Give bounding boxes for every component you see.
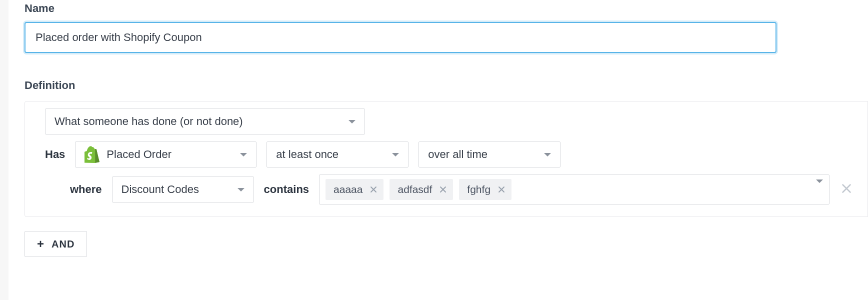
caret-down-icon	[240, 153, 247, 156]
caret-down-icon	[348, 120, 356, 124]
shopify-icon	[84, 146, 100, 163]
tag-text: adfasdf	[398, 184, 432, 196]
event-label: Placed Order	[106, 148, 172, 161]
operator-label: contains	[264, 183, 309, 196]
tag-text: aaaaa	[334, 184, 362, 196]
property-select[interactable]: Discount Codes	[112, 176, 254, 202]
left-gutter	[0, 0, 8, 300]
condition-type-select[interactable]: What someone has done (or not done)	[45, 108, 365, 134]
add-and-condition-button[interactable]: + AND	[24, 231, 87, 257]
segment-name-input[interactable]	[24, 22, 776, 53]
value-tag: aaaaa	[326, 179, 384, 200]
has-label: Has	[45, 148, 65, 161]
frequency-label: at least once	[276, 148, 338, 161]
value-tag: fghfg	[459, 179, 512, 200]
event-select[interactable]: Placed Order	[75, 142, 256, 168]
value-tag: adfasdf	[390, 179, 453, 200]
timeframe-select[interactable]: over all time	[418, 142, 560, 168]
tag-text: fghfg	[467, 184, 490, 196]
definition-block: What someone has done (or not done) Has …	[24, 101, 868, 217]
plus-icon: +	[37, 238, 44, 250]
timeframe-label: over all time	[428, 148, 488, 161]
where-label: where	[70, 183, 102, 196]
remove-tag-icon[interactable]	[370, 186, 378, 194]
caret-down-icon	[816, 180, 823, 196]
property-label: Discount Codes	[122, 183, 199, 196]
caret-down-icon	[544, 153, 551, 156]
condition-type-label: What someone has done (or not done)	[54, 115, 243, 128]
and-button-label: AND	[52, 238, 74, 250]
remove-condition-icon[interactable]	[840, 182, 854, 196]
caret-down-icon	[238, 188, 244, 192]
remove-tag-icon[interactable]	[439, 186, 447, 194]
remove-tag-icon[interactable]	[498, 186, 506, 194]
definition-label: Definition	[24, 79, 868, 92]
caret-down-icon	[392, 153, 399, 156]
frequency-select[interactable]: at least once	[266, 142, 408, 168]
name-label: Name	[24, 2, 868, 15]
values-tags-input[interactable]: aaaaa adfasdf fghfg	[319, 174, 830, 204]
